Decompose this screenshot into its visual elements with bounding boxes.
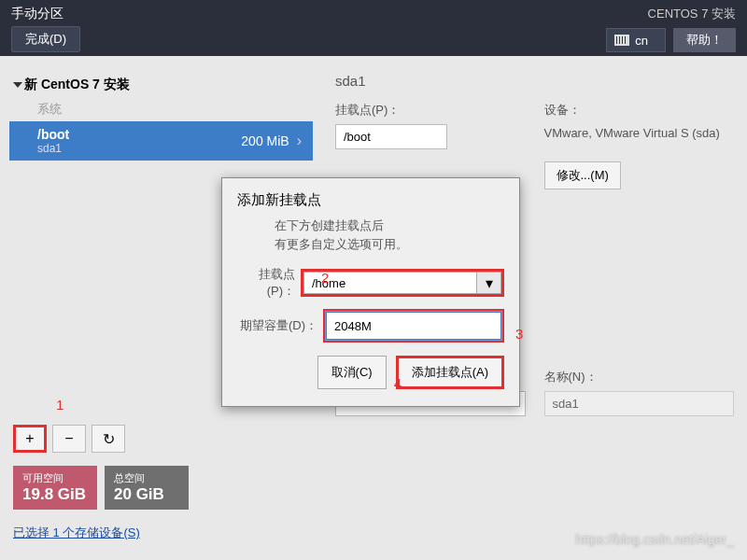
dialog-mount-combo[interactable]: ▾ — [301, 269, 504, 297]
section-label-system: 系统 — [9, 97, 313, 121]
dialog-capacity-label: 期望容量(D)： — [237, 317, 317, 334]
chevron-right-icon: › — [297, 133, 302, 149]
annotation-3: 3 — [515, 326, 523, 342]
storage-devices-link[interactable]: 已选择 1 个存储设备(S) — [9, 515, 313, 551]
dialog-mount-label: 挂载点(P)： — [237, 266, 295, 300]
detail-title: sda1 — [335, 73, 734, 89]
annotation-1: 1 — [56, 397, 63, 413]
device-value: VMware, VMware Virtual S (sda) — [544, 124, 735, 143]
total-space-label: 总空间 — [114, 471, 179, 485]
app-title: CENTOS 7 安装 — [648, 6, 736, 22]
annotation-2: 2 — [321, 270, 329, 286]
help-button[interactable]: 帮助！ — [673, 28, 736, 52]
mount-point-label: 挂载点(P)： — [335, 102, 526, 119]
total-space-value: 20 GiB — [114, 485, 179, 504]
add-mount-point-dialog: 添加新挂载点 在下方创建挂载点后有更多自定义选项可用。 挂载点(P)： 2 ▾ … — [221, 177, 520, 407]
dropdown-icon[interactable]: ▾ — [477, 272, 501, 294]
annotation-4: 4 — [394, 375, 402, 391]
header-bar: 手动分区 完成(D) CENTOS 7 安装 cn 帮助！ — [0, 0, 747, 56]
add-partition-button[interactable]: + — [13, 425, 47, 453]
keyboard-icon — [614, 35, 629, 46]
page-title: 手动分区 — [11, 6, 80, 22]
watermark: https://blog.csdn.net/Aiger_ — [575, 532, 734, 547]
dialog-description: 在下方创建挂载点后有更多自定义选项可用。 — [275, 217, 504, 253]
expand-icon — [13, 82, 22, 88]
done-button[interactable]: 完成(D) — [11, 26, 80, 52]
name-input — [544, 391, 735, 416]
total-space-box: 总空间 20 GiB — [105, 466, 189, 510]
add-mount-point-button[interactable]: 添加挂载点(A) — [396, 356, 504, 389]
name-label: 名称(N)： — [544, 369, 735, 385]
cancel-button[interactable]: 取消(C) — [317, 356, 387, 389]
partition-size: 200 MiB — [241, 133, 289, 148]
partition-item-boot[interactable]: /boot sda1 200 MiB › — [9, 121, 313, 161]
partition-mount: /boot — [37, 127, 69, 142]
device-label: 设备： — [544, 102, 735, 119]
language-code: cn — [635, 34, 648, 48]
available-space-value: 19.8 GiB — [22, 485, 88, 504]
install-group-header[interactable]: 新 CentOS 7 安装 — [9, 73, 313, 97]
available-space-label: 可用空间 — [22, 471, 88, 485]
mount-point-input[interactable] — [335, 124, 447, 149]
dialog-capacity-input[interactable] — [326, 312, 501, 340]
partition-disk: sda1 — [37, 142, 69, 155]
reload-button[interactable]: ↻ — [92, 425, 125, 453]
dialog-mount-input[interactable] — [303, 272, 477, 294]
available-space-box: 可用空间 19.8 GiB — [13, 466, 97, 510]
dialog-title: 添加新挂载点 — [237, 191, 504, 209]
remove-partition-button[interactable]: − — [52, 425, 86, 453]
install-group-label: 新 CentOS 7 安装 — [24, 77, 130, 93]
keyboard-layout-selector[interactable]: cn — [606, 28, 666, 52]
modify-device-button[interactable]: 修改...(M) — [544, 161, 621, 189]
